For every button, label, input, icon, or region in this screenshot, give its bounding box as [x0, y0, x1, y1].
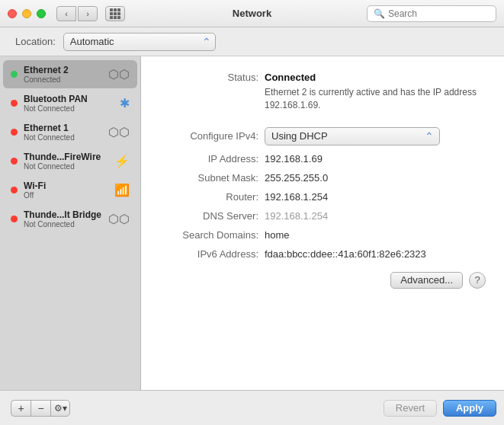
wifi-icon: 📶 — [114, 183, 130, 197]
configure-ipv4-row: Configure IPv4: Using DHCP Manually Usin… — [159, 127, 486, 145]
search-input[interactable] — [388, 8, 490, 19]
revert-button[interactable]: Revert — [384, 400, 437, 417]
sidebar-text-ethernet1: Ethernet 1 Not Connected — [24, 123, 105, 142]
remove-button[interactable]: − — [30, 400, 50, 417]
status-dot-bluetooth — [11, 100, 18, 107]
sidebar-text-ethernet2: Ethernet 2 Connected — [24, 65, 105, 84]
ip-address-row: IP Address: 192.168.1.69 — [159, 153, 486, 165]
advanced-row: Advanced... ? — [159, 272, 486, 289]
info-text: Ethernet 2 is currently active and has t… — [265, 86, 486, 112]
location-label: Location: — [15, 36, 56, 47]
sidebar-item-wifi[interactable]: Wi-Fi Off 📶 — [3, 176, 137, 204]
sidebar-status-ethernet1: Not Connected — [24, 133, 105, 142]
configure-ipv4-select[interactable]: Using DHCP Manually Using BootP Off — [265, 127, 440, 145]
sidebar-text-wifi: Wi-Fi Off — [24, 181, 111, 200]
sidebar-name-ethernet2: Ethernet 2 — [24, 65, 105, 75]
sidebar-status-thunderbolt-fw: Not Connected — [24, 162, 111, 171]
sidebar-text-bluetooth: Bluetooth PAN Not Connected — [24, 94, 117, 113]
subnet-mask-row: Subnet Mask: 255.255.255.0 — [159, 172, 486, 184]
add-button[interactable]: + — [11, 400, 30, 417]
help-button[interactable]: ? — [469, 272, 486, 289]
advanced-button[interactable]: Advanced... — [390, 272, 463, 289]
sidebar-name-thunderbolt-fw: Thunde...FireWire — [24, 152, 111, 162]
gear-icon: ⚙▾ — [54, 403, 67, 414]
status-dot-ethernet2 — [11, 71, 18, 78]
dns-server-row: DNS Server: 192.168.1.254 — [159, 210, 486, 222]
sidebar-status-wifi: Off — [24, 191, 111, 200]
traffic-lights — [8, 9, 46, 18]
firewire-icon: ⚡ — [114, 154, 130, 168]
bluetooth-icon: ✱ — [120, 96, 130, 110]
sidebar-status-thunderbolt-bridge: Not Connected — [24, 220, 105, 228]
bottom-right-buttons: Revert Apply — [384, 400, 496, 417]
sidebar-item-thunderbolt-fw[interactable]: Thunde...FireWire Not Connected ⚡ — [3, 147, 137, 175]
forward-button[interactable]: › — [78, 6, 98, 21]
nav-buttons: ‹ › — [56, 6, 98, 21]
bridge-icon: ⬡⬡ — [108, 212, 130, 226]
ip-label: IP Address: — [159, 153, 258, 165]
search-domains-row: Search Domains: home — [159, 229, 486, 241]
ip-value: 192.168.1.69 — [265, 153, 323, 165]
grid-icon — [110, 8, 120, 19]
dns-value: 192.168.1.254 — [265, 210, 328, 222]
sidebar-controls: + − ⚙▾ — [11, 400, 70, 417]
ipv6-row: IPv6 Address: fdaa:bbcc:ddee::41a:60f1:8… — [159, 248, 486, 260]
subnet-label: Subnet Mask: — [159, 172, 258, 184]
subnet-value: 255.255.255.0 — [265, 172, 328, 184]
ethernet2-icon: ⬡⬡ — [108, 67, 130, 81]
sidebar-status-bluetooth: Not Connected — [24, 104, 117, 113]
domains-label: Search Domains: — [159, 229, 258, 241]
sidebar-item-bluetooth[interactable]: Bluetooth PAN Not Connected ✱ — [3, 89, 137, 117]
configure-ipv4-select-wrapper[interactable]: Using DHCP Manually Using BootP Off ⌃ — [265, 127, 440, 145]
router-row: Router: 192.168.1.254 — [159, 191, 486, 203]
search-icon: 🔍 — [374, 8, 385, 19]
close-button[interactable] — [8, 9, 17, 18]
sidebar-name-wifi: Wi-Fi — [24, 181, 111, 191]
sidebar: Ethernet 2 Connected ⬡⬡ Bluetooth PAN No… — [0, 56, 141, 390]
detail-content: Status: Connected Ethernet 2 is currentl… — [141, 56, 504, 390]
location-bar: Location: Automatic Edit Locations... ⌃ — [0, 27, 504, 56]
configure-ipv4-label: Configure IPv4: — [159, 130, 258, 142]
sidebar-item-ethernet1[interactable]: Ethernet 1 Not Connected ⬡⬡ — [3, 118, 137, 146]
ipv6-value: fdaa:bbcc:ddee::41a:60f1:82e6:2323 — [265, 248, 426, 260]
window-title: Network — [233, 8, 271, 19]
gear-button[interactable]: ⚙▾ — [50, 400, 70, 417]
status-dot-ethernet1 — [11, 129, 18, 136]
search-box[interactable]: 🔍 — [367, 5, 496, 22]
status-dot-wifi — [11, 187, 18, 193]
main-area: Ethernet 2 Connected ⬡⬡ Bluetooth PAN No… — [0, 56, 504, 390]
sidebar-name-thunderbolt-bridge: Thunde...lt Bridge — [24, 209, 105, 220]
dns-label: DNS Server: — [159, 210, 258, 222]
location-select[interactable]: Automatic Edit Locations... — [63, 33, 216, 51]
bottom-bar: + − ⚙▾ Revert Apply — [0, 390, 504, 425]
ethernet1-icon: ⬡⬡ — [108, 125, 130, 139]
status-row: Status: Connected — [159, 72, 486, 83]
router-label: Router: — [159, 191, 258, 203]
sidebar-text-thunderbolt-fw: Thunde...FireWire Not Connected — [24, 152, 111, 171]
status-dot-thunderbolt-bridge — [11, 216, 18, 222]
status-label: Status: — [159, 72, 258, 83]
sidebar-name-ethernet1: Ethernet 1 — [24, 123, 105, 133]
minimize-button[interactable] — [22, 9, 31, 18]
status-value: Connected — [265, 72, 316, 83]
sidebar-status-ethernet2: Connected — [24, 75, 105, 84]
sidebar-item-thunderbolt-bridge[interactable]: Thunde...lt Bridge Not Connected ⬡⬡ — [3, 205, 137, 233]
status-dot-thunderbolt-fw — [11, 158, 18, 165]
apply-button[interactable]: Apply — [443, 400, 496, 417]
location-select-wrapper[interactable]: Automatic Edit Locations... ⌃ — [63, 33, 216, 51]
sidebar-text-thunderbolt-bridge: Thunde...lt Bridge Not Connected — [24, 209, 105, 228]
grid-button[interactable] — [105, 6, 125, 21]
titlebar: ‹ › Network 🔍 — [0, 0, 504, 27]
maximize-button[interactable] — [37, 9, 46, 18]
sidebar-name-bluetooth: Bluetooth PAN — [24, 94, 117, 104]
ipv6-label: IPv6 Address: — [159, 248, 258, 260]
back-button[interactable]: ‹ — [56, 6, 76, 21]
domains-value: home — [265, 229, 290, 241]
status-section: Status: Connected Ethernet 2 is currentl… — [159, 72, 486, 112]
router-value: 192.168.1.254 — [265, 191, 328, 203]
sidebar-item-ethernet2[interactable]: Ethernet 2 Connected ⬡⬡ — [3, 60, 137, 88]
